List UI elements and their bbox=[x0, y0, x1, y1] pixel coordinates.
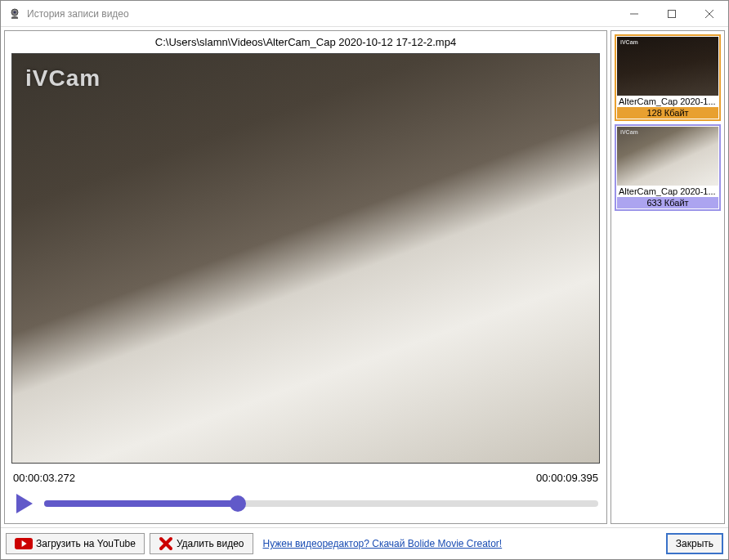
thumbnail-size: 633 Кбайт bbox=[617, 197, 718, 208]
window-title: История записи видео bbox=[27, 8, 129, 20]
thumbnail-watermark: iVCam bbox=[620, 39, 638, 45]
video-watermark: iVCam bbox=[25, 65, 101, 92]
time-row: 00:00:03.272 00:00:09.395 bbox=[5, 465, 606, 489]
thumbnail-name: AlterCam_Cap 2020-1... bbox=[617, 186, 718, 197]
current-time: 00:00:03.272 bbox=[13, 472, 75, 484]
minimize-button[interactable] bbox=[615, 1, 653, 27]
youtube-icon bbox=[15, 538, 33, 549]
delete-icon bbox=[159, 536, 173, 551]
upload-label: Загрузить на YouTube bbox=[36, 538, 136, 549]
svg-rect-3 bbox=[669, 10, 676, 17]
thumbnail-name: AlterCam_Cap 2020-1... bbox=[617, 96, 718, 107]
seek-thumb[interactable] bbox=[230, 495, 246, 512]
close-label: Закрыть bbox=[676, 538, 713, 549]
thumbnail-item[interactable]: iVCamAlterCam_Cap 2020-1...633 Кбайт bbox=[615, 124, 721, 211]
footer-bar: Загрузить на YouTube Удалить видео Нужен… bbox=[1, 527, 728, 559]
svg-point-1 bbox=[13, 11, 16, 13]
file-path-label: C:\Users\slamn\Videos\AlterCam_Cap 2020-… bbox=[5, 31, 606, 52]
play-button[interactable] bbox=[13, 492, 36, 515]
close-window-button[interactable] bbox=[691, 1, 728, 27]
close-button[interactable]: Закрыть bbox=[666, 533, 723, 554]
titlebar: История записи видео bbox=[1, 1, 728, 27]
seek-fill bbox=[44, 500, 238, 507]
thumbnail-panel: iVCamAlterCam_Cap 2020-1...128 КбайтiVCa… bbox=[610, 30, 725, 524]
app-icon bbox=[7, 7, 22, 21]
player-controls bbox=[5, 489, 606, 523]
video-preview[interactable]: iVCam bbox=[11, 53, 600, 464]
thumbnail-image: iVCam bbox=[617, 127, 718, 186]
thumbnail-size: 128 Кбайт bbox=[617, 107, 718, 119]
delete-label: Удалить видео bbox=[177, 538, 244, 549]
upload-youtube-button[interactable]: Загрузить на YouTube bbox=[6, 533, 145, 554]
window-root: История записи видео C:\Users\slamn\Vide… bbox=[0, 0, 729, 560]
seek-slider[interactable] bbox=[44, 500, 598, 507]
thumbnail-watermark: iVCam bbox=[620, 129, 638, 135]
delete-video-button[interactable]: Удалить видео bbox=[150, 533, 253, 554]
player-panel: C:\Users\slamn\Videos\AlterCam_Cap 2020-… bbox=[4, 30, 607, 524]
content-area: C:\Users\slamn\Videos\AlterCam_Cap 2020-… bbox=[1, 27, 728, 527]
maximize-button[interactable] bbox=[653, 1, 691, 27]
total-time: 00:00:09.395 bbox=[536, 472, 598, 484]
video-image bbox=[12, 54, 599, 463]
editor-link[interactable]: Нужен видеоредактор? Скачай Bolide Movie… bbox=[258, 538, 661, 549]
thumbnail-item[interactable]: iVCamAlterCam_Cap 2020-1...128 Кбайт bbox=[615, 34, 721, 121]
thumbnail-image: iVCam bbox=[617, 37, 718, 96]
